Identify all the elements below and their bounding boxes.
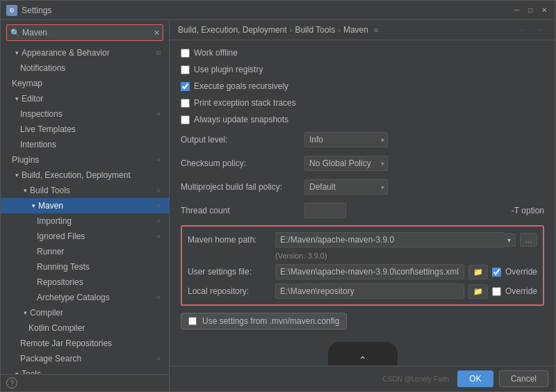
- sidebar-item-inspections[interactable]: Inspections ≡: [1, 106, 169, 122]
- list-icon: ≡: [154, 201, 163, 211]
- sidebar-item-importing[interactable]: Importing ≡: [1, 213, 169, 229]
- sidebar-item-label: Remote Jar Repositories: [20, 338, 163, 348]
- local-repo-override-checkbox[interactable]: [492, 287, 501, 296]
- thread-count-input[interactable]: [304, 203, 346, 218]
- use-plugin-registry-row: Use plugin registry: [181, 64, 544, 75]
- multiproject-policy-select[interactable]: Default At End Never Fail Fast: [304, 179, 388, 195]
- minimize-button[interactable]: ─: [511, 5, 522, 16]
- output-level-select-wrapper: Info Debug Error: [304, 132, 388, 147]
- back-button[interactable]: ←: [516, 24, 530, 35]
- local-repo-browse-button[interactable]: 📁: [468, 284, 488, 299]
- always-update-row: Always update snapshots: [181, 114, 544, 125]
- sidebar: 🔍 ✕ ▾ Appearance & Behavior ⊞ Notificati…: [1, 20, 170, 391]
- breadcrumb-sep-1: ›: [290, 26, 293, 34]
- sidebar-item-label: Intentions: [20, 140, 163, 149]
- list-icon: ≡: [154, 231, 163, 241]
- sidebar-item-label: Build Tools: [30, 186, 154, 195]
- plugin-logo-caret: ⌃: [359, 354, 367, 366]
- user-settings-override-checkbox[interactable]: [492, 268, 501, 277]
- checksum-policy-select[interactable]: No Global Policy Strict Warn Ignore: [304, 156, 388, 171]
- close-button[interactable]: ✕: [539, 5, 550, 16]
- work-offline-label: Work offline: [194, 48, 238, 58]
- sidebar-item-editor[interactable]: ▾ Editor: [1, 91, 169, 106]
- sidebar-item-label: Maven: [38, 201, 154, 211]
- sidebar-item-package-search[interactable]: Package Search ≡: [1, 351, 169, 366]
- settings-window: ⚙ Settings ─ □ ✕ 🔍 ✕ ▾ Appearance & Beha…: [0, 0, 556, 392]
- sidebar-item-build[interactable]: ▾ Build, Execution, Deployment: [1, 168, 169, 183]
- sidebar-item-label: Live Templates: [20, 124, 163, 134]
- sidebar-item-label: Keymap: [12, 79, 163, 88]
- local-repo-label: Local repository:: [188, 286, 271, 296]
- expand-arrow-maven: ▾: [28, 201, 38, 211]
- list-icon: ≡: [154, 155, 163, 165]
- sidebar-item-build-tools[interactable]: ▾ Build Tools ≡: [1, 183, 169, 198]
- always-update-label: Always update snapshots: [194, 115, 288, 124]
- work-offline-checkbox[interactable]: [181, 49, 190, 58]
- sidebar-item-plugins[interactable]: Plugins ≡: [1, 152, 169, 168]
- cancel-button[interactable]: Cancel: [499, 370, 548, 387]
- sidebar-tree: ▾ Appearance & Behavior ⊞ Notifications …: [1, 45, 169, 374]
- main-panel: Build, Execution, Deployment › Build Too…: [170, 20, 555, 391]
- sidebar-item-archetype-catalogs[interactable]: Archetype Catalogs ≡: [1, 290, 169, 305]
- breadcrumb: Build, Execution, Deployment › Build Too…: [170, 20, 555, 40]
- sidebar-item-label: Notifications: [20, 63, 163, 73]
- settings-content: Work offline Use plugin registry Execute…: [170, 40, 555, 366]
- local-repo-input[interactable]: [275, 284, 464, 299]
- sidebar-item-live-templates[interactable]: Live Templates: [1, 122, 169, 137]
- print-exception-row: Print exception stack traces: [181, 97, 544, 108]
- window-title: Settings: [22, 6, 511, 15]
- execute-goals-checkbox[interactable]: [181, 82, 190, 91]
- sidebar-item-compiler[interactable]: ▾ Compiler: [1, 305, 169, 320]
- breadcrumb-icon: ≡: [374, 26, 378, 34]
- t-option-label: -T option: [512, 206, 544, 215]
- expand-arrow-compiler: ▾: [20, 308, 30, 318]
- maven-home-input[interactable]: [275, 232, 503, 247]
- main-content: 🔍 ✕ ▾ Appearance & Behavior ⊞ Notificati…: [1, 20, 555, 391]
- sidebar-item-appearance[interactable]: ▾ Appearance & Behavior ⊞: [1, 45, 169, 60]
- thread-count-row: Thread count -T option: [181, 202, 544, 220]
- sidebar-item-remote-jar[interactable]: Remote Jar Repositories: [1, 336, 169, 351]
- search-input[interactable]: [6, 24, 163, 41]
- forward-button[interactable]: →: [533, 24, 547, 35]
- sidebar-item-label: Archetype Catalogs: [37, 293, 154, 302]
- app-icon: ⚙: [6, 5, 17, 16]
- user-settings-browse-button[interactable]: 📁: [468, 265, 488, 279]
- maven-home-dropdown-icon[interactable]: ▾: [503, 234, 516, 247]
- sidebar-item-ignored-files[interactable]: Ignored Files ≡: [1, 229, 169, 244]
- output-level-select[interactable]: Info Debug Error: [304, 132, 388, 147]
- maven-home-browse-button[interactable]: …: [520, 233, 537, 247]
- sidebar-item-maven[interactable]: ▾ Maven ≡: [1, 198, 169, 213]
- use-settings-button[interactable]: Use settings from .mvn/maven.config: [181, 313, 347, 329]
- sidebar-item-kotlin-compiler[interactable]: Kotlin Compiler: [1, 320, 169, 336]
- print-exception-checkbox[interactable]: [181, 99, 190, 108]
- use-plugin-registry-checkbox[interactable]: [181, 65, 190, 74]
- maximize-button[interactable]: □: [525, 5, 536, 16]
- sidebar-item-label: Plugins: [12, 155, 154, 165]
- sidebar-item-repositories[interactable]: Repositories: [1, 275, 169, 290]
- window-controls: ─ □ ✕: [511, 5, 550, 16]
- list-icon: ≡: [154, 293, 163, 302]
- sidebar-item-label: Kotlin Compiler: [28, 323, 163, 333]
- always-update-checkbox[interactable]: [181, 115, 190, 124]
- sidebar-item-keymap[interactable]: Keymap: [1, 76, 169, 91]
- ok-button[interactable]: OK: [457, 370, 493, 387]
- clear-search-icon[interactable]: ✕: [154, 28, 160, 38]
- use-settings-checkbox[interactable]: [188, 317, 197, 325]
- sidebar-item-label: Ignored Files: [37, 231, 154, 241]
- help-button[interactable]: ?: [6, 377, 17, 389]
- sidebar-item-runner[interactable]: Runner: [1, 244, 169, 259]
- user-settings-row: User settings file: 📁 Override: [188, 264, 537, 279]
- breadcrumb-part-1: Build, Execution, Deployment: [178, 25, 287, 35]
- sidebar-item-running-tests[interactable]: Running Tests: [1, 259, 169, 275]
- sidebar-item-intentions[interactable]: Intentions: [1, 137, 169, 152]
- expand-arrow-tools: ▾: [12, 369, 22, 374]
- sidebar-item-tools[interactable]: ▾ Tools: [1, 366, 169, 374]
- gear-icon: ⊞: [154, 48, 163, 58]
- thread-count-label: Thread count: [181, 206, 299, 215]
- sidebar-item-notifications[interactable]: Notifications: [1, 60, 169, 76]
- sidebar-item-label: Appearance & Behavior: [22, 48, 154, 58]
- list-icon: ≡: [154, 216, 163, 226]
- use-settings-label: Use settings from .mvn/maven.config: [202, 316, 339, 326]
- breadcrumb-nav: ← →: [516, 24, 547, 35]
- user-settings-input[interactable]: [275, 264, 464, 279]
